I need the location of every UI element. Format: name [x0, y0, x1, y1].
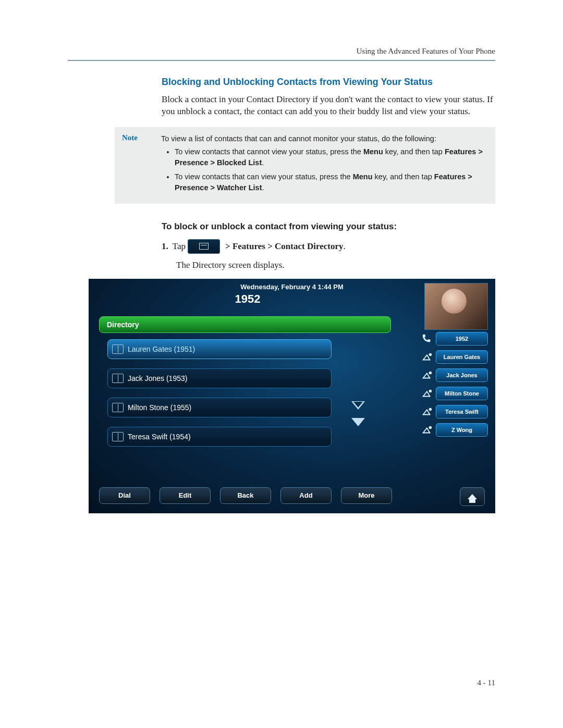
- presence-icon: [421, 406, 433, 417]
- note-bullet-blocked: To view contacts that cannot view your s…: [175, 146, 488, 168]
- note-text: .: [262, 183, 264, 192]
- page-number: 4 - 11: [478, 678, 495, 687]
- note-block: Note To view a list of contacts that can…: [115, 127, 495, 204]
- home-icon: [468, 494, 477, 499]
- note-text: To view contacts that cannot view your s…: [175, 147, 363, 156]
- contact-icon: [112, 432, 124, 441]
- menu-icon: [188, 239, 220, 254]
- nav-arrows: [345, 396, 371, 432]
- presence-icon: [421, 369, 433, 381]
- side-contact-row[interactable]: Lauren Gates: [415, 350, 488, 364]
- softkey-edit[interactable]: Edit: [160, 487, 211, 504]
- section-title: Blocking and Unblocking Contacts from Vi…: [162, 77, 495, 88]
- scroll-down-fast-icon[interactable]: [349, 415, 367, 429]
- side-contacts: 1952 Lauren Gates Jack Jones: [415, 332, 488, 441]
- softkey-bar: Dial Edit Back Add More: [99, 487, 485, 506]
- scroll-down-icon[interactable]: [349, 399, 367, 412]
- directory-item[interactable]: Milton Stone (1955): [107, 398, 332, 417]
- menu-key: Menu: [363, 147, 383, 156]
- note-bullet-watcher: To view contacts that can view your stat…: [175, 171, 488, 193]
- phone-line-number: 1952: [89, 292, 407, 306]
- directory-item[interactable]: Teresa Swift (1954): [107, 427, 332, 447]
- note-body: To view a list of contacts that can and …: [161, 133, 488, 196]
- running-head: Using the Advanced Features of Your Phon…: [68, 47, 495, 60]
- side-contact-row[interactable]: Jack Jones: [415, 368, 488, 382]
- side-contact-button[interactable]: Teresa Swift: [436, 405, 488, 418]
- note-label: Note: [122, 133, 161, 196]
- presence-icon: [421, 388, 433, 399]
- note-text: key, and then tap: [373, 172, 434, 181]
- side-contact-row[interactable]: Z Wong: [415, 423, 488, 437]
- directory-item[interactable]: Jack Jones (1953): [107, 368, 332, 388]
- avatar: [424, 283, 488, 330]
- softkey-more[interactable]: More: [341, 487, 392, 504]
- step-1: 1. Tap > Features > Contact Directory.: [162, 239, 495, 254]
- home-button[interactable]: [460, 487, 485, 506]
- svg-point-1: [429, 372, 432, 375]
- header-rule: [68, 60, 495, 61]
- procedure-title: To block or unblock a contact from viewi…: [162, 221, 495, 232]
- presence-icon: [421, 424, 433, 436]
- step-number: 1.: [162, 241, 168, 252]
- note-lead: To view a list of contacts that can and …: [161, 134, 436, 143]
- svg-point-2: [429, 390, 432, 393]
- step-followup: The Directory screen displays.: [176, 260, 495, 270]
- side-contact-row[interactable]: Teresa Swift: [415, 405, 488, 418]
- directory-header[interactable]: Directory: [99, 316, 391, 333]
- contact-icon: [112, 344, 124, 354]
- side-contact-button[interactable]: Z Wong: [436, 423, 488, 437]
- svg-point-0: [429, 353, 432, 356]
- side-contact-button[interactable]: Milton Stone: [436, 387, 488, 400]
- softkey-dial[interactable]: Dial: [99, 487, 150, 504]
- note-text: To view contacts that can view your stat…: [175, 172, 353, 181]
- presence-icon: [421, 351, 433, 363]
- side-contact-button[interactable]: Lauren Gates: [436, 350, 488, 364]
- handset-icon: [421, 333, 433, 344]
- side-line-row[interactable]: 1952: [415, 332, 488, 346]
- note-text: .: [262, 158, 264, 167]
- step-period: .: [343, 241, 345, 252]
- contact-name: Lauren Gates (1951): [128, 345, 195, 353]
- side-contact-row[interactable]: Milton Stone: [415, 387, 488, 400]
- contact-name: Jack Jones (1953): [128, 374, 187, 382]
- side-contact-button[interactable]: Jack Jones: [436, 368, 488, 382]
- softkey-back[interactable]: Back: [220, 487, 271, 504]
- svg-point-4: [429, 426, 432, 429]
- contact-name: Milton Stone (1955): [128, 403, 191, 412]
- directory-list: Lauren Gates (1951) Jack Jones (1953) Mi…: [107, 339, 332, 456]
- side-line-button[interactable]: 1952: [436, 332, 488, 346]
- intro-paragraph: Block a contact in your Contact Director…: [162, 94, 495, 118]
- directory-item[interactable]: Lauren Gates (1951): [107, 339, 332, 359]
- step-nav-path: > Features > Contact Directory: [225, 241, 343, 252]
- note-text: key, and then tap: [383, 147, 445, 156]
- softkey-add[interactable]: Add: [280, 487, 332, 504]
- contact-icon: [112, 374, 124, 383]
- svg-point-3: [429, 408, 432, 411]
- contact-name: Teresa Swift (1954): [128, 433, 191, 441]
- contact-icon: [112, 403, 124, 412]
- step-text-tap: Tap: [173, 241, 186, 252]
- menu-key: Menu: [353, 172, 373, 181]
- phone-screenshot: Wednesday, February 4 1:44 PM 1952 Direc…: [89, 279, 495, 513]
